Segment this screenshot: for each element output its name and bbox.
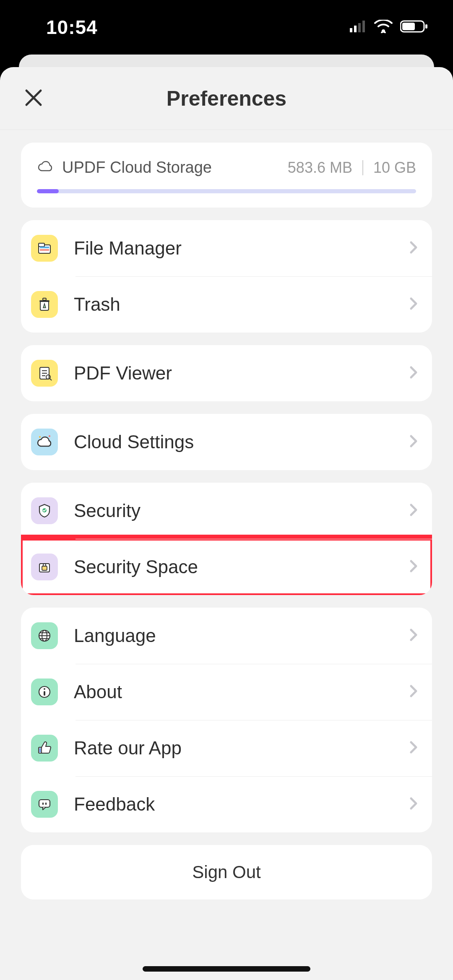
about-label: About [74, 681, 408, 702]
status-right [350, 20, 428, 35]
page-title: Preferences [0, 86, 453, 111]
language-row[interactable]: Language [21, 608, 432, 664]
svg-rect-35 [39, 748, 41, 752]
lock-icon [31, 554, 58, 580]
trash-label: Trash [74, 294, 408, 315]
svg-rect-38 [45, 803, 47, 805]
close-icon [24, 88, 43, 109]
svg-point-4 [382, 29, 385, 33]
svg-rect-6 [402, 23, 415, 30]
status-time: 10:54 [46, 16, 98, 39]
cloud-icon [31, 429, 58, 455]
svg-point-21 [39, 436, 41, 438]
storage-label: UPDF Cloud Storage [62, 159, 212, 177]
svg-rect-36 [39, 800, 50, 807]
svg-rect-25 [42, 566, 47, 570]
storage-used: 583.6 MB [288, 159, 352, 177]
chat-icon [31, 791, 58, 818]
status-bar: 10:54 [0, 0, 453, 55]
svg-rect-14 [43, 298, 46, 300]
thumb-icon [31, 735, 58, 762]
chevron-right-icon [408, 433, 419, 451]
svg-rect-10 [40, 247, 49, 248]
about-row[interactable]: About [21, 664, 432, 720]
modal-header: Preferences [0, 67, 453, 130]
trash-row[interactable]: Trash [21, 276, 432, 333]
content-area: UPDF Cloud Storage 583.6 MB 10 GB File M… [0, 130, 453, 899]
rate-label: Rate our App [74, 738, 408, 759]
svg-rect-11 [40, 249, 49, 251]
settings-group: File ManagerTrash [21, 220, 432, 333]
pdf-viewer-row[interactable]: PDF Viewer [21, 345, 432, 401]
chevron-right-icon [408, 502, 419, 520]
settings-group: LanguageAboutRate our AppFeedback [21, 608, 432, 832]
settings-group: SecuritySecurity Space [21, 483, 432, 595]
svg-rect-1 [354, 26, 357, 32]
sign-out-button[interactable]: Sign Out [21, 845, 432, 899]
svg-rect-33 [44, 691, 45, 696]
chevron-right-icon [408, 795, 419, 814]
settings-group: PDF Viewer [21, 345, 432, 401]
storage-progress-track [37, 189, 416, 193]
doc-icon [31, 360, 58, 387]
cloud-icon [37, 161, 54, 175]
chevron-right-icon [408, 683, 419, 701]
shield-icon [31, 497, 58, 524]
feedback-label: Feedback [74, 794, 408, 815]
file-manager-row[interactable]: File Manager [21, 220, 432, 276]
wifi-icon [374, 20, 393, 35]
security-space-row[interactable]: Security Space [21, 539, 432, 595]
storage-total: 10 GB [373, 159, 416, 177]
language-label: Language [74, 625, 408, 646]
svg-point-32 [44, 688, 45, 690]
close-button[interactable] [21, 86, 46, 111]
svg-rect-9 [39, 243, 44, 247]
chevron-right-icon [408, 626, 419, 645]
rate-row[interactable]: Rate our App [21, 720, 432, 776]
battery-icon [400, 20, 428, 35]
settings-group: Cloud Settings [21, 414, 432, 470]
svg-rect-2 [358, 23, 361, 32]
home-indicator[interactable] [143, 966, 310, 972]
svg-point-22 [49, 435, 50, 437]
globe-icon [31, 622, 58, 649]
cloud-settings-row[interactable]: Cloud Settings [21, 414, 432, 470]
pdf-viewer-label: PDF Viewer [74, 363, 408, 384]
info-icon [31, 678, 58, 705]
chevron-right-icon [408, 739, 419, 757]
trash-icon [31, 291, 58, 318]
preferences-modal: Preferences UPDF Cloud Storage 583.6 MB … [0, 67, 453, 980]
svg-rect-7 [425, 24, 427, 29]
divider [362, 160, 363, 175]
chevron-right-icon [408, 558, 419, 576]
chevron-right-icon [408, 364, 419, 382]
security-space-label: Security Space [74, 556, 408, 577]
svg-line-20 [50, 379, 52, 380]
svg-rect-0 [350, 28, 352, 32]
security-label: Security [74, 500, 408, 521]
file-manager-label: File Manager [74, 238, 408, 259]
folder-icon [31, 235, 58, 262]
cellular-icon [350, 21, 367, 34]
chevron-right-icon [408, 239, 419, 257]
cloud-storage-card[interactable]: UPDF Cloud Storage 583.6 MB 10 GB [21, 143, 432, 208]
security-row[interactable]: Security [21, 483, 432, 539]
svg-rect-37 [42, 803, 44, 805]
feedback-row[interactable]: Feedback [21, 776, 432, 832]
svg-rect-3 [362, 21, 365, 32]
chevron-right-icon [408, 295, 419, 314]
sign-out-card: Sign Out [21, 845, 432, 899]
storage-progress-fill [37, 189, 59, 193]
cloud-settings-label: Cloud Settings [74, 432, 408, 452]
